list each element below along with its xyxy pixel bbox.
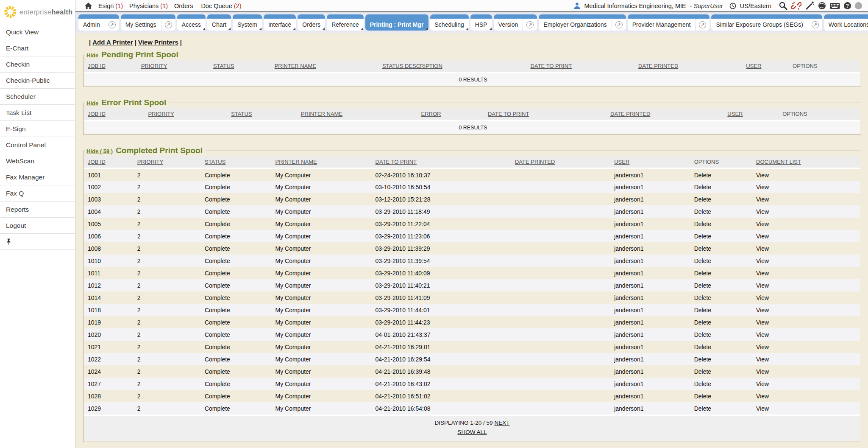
hide-toggle-link[interactable]: Hide ( 59 ) bbox=[86, 148, 113, 154]
sort-link-user[interactable]: USER bbox=[614, 159, 629, 165]
sidebar-item-task-list[interactable]: Task List bbox=[0, 105, 75, 121]
view-link[interactable]: View bbox=[756, 221, 769, 227]
view-link[interactable]: View bbox=[756, 393, 769, 400]
view-link[interactable]: View bbox=[756, 233, 769, 240]
sidebar-item-checkin-public[interactable]: Checkin-Public bbox=[0, 73, 75, 89]
delete-link[interactable]: Delete bbox=[694, 319, 711, 326]
tab-version[interactable]: Version ↗ bbox=[494, 14, 537, 31]
sidebar-item-reports[interactable]: Reports bbox=[0, 202, 75, 218]
tab-provider-management[interactable]: Provider Management ↗ bbox=[628, 14, 710, 31]
search-icon[interactable] bbox=[779, 1, 787, 10]
view-link[interactable]: View bbox=[756, 381, 769, 387]
view-link[interactable]: View bbox=[756, 294, 769, 301]
view-link[interactable]: View bbox=[756, 344, 769, 350]
broken-link-icon[interactable] bbox=[791, 1, 801, 10]
tab-admin[interactable]: Admin ↗ bbox=[78, 14, 119, 31]
sort-link-priority[interactable]: PRIORITY bbox=[141, 63, 167, 69]
delete-link[interactable]: Delete bbox=[694, 405, 711, 412]
view-link[interactable]: View bbox=[756, 282, 769, 289]
sort-link-user[interactable]: USER bbox=[746, 63, 761, 69]
delete-link[interactable]: Delete bbox=[694, 233, 711, 240]
view-link[interactable]: View bbox=[756, 319, 769, 326]
globe-icon[interactable] bbox=[818, 2, 826, 10]
sort-link-printer-name[interactable]: PRINTER NAME bbox=[275, 159, 317, 165]
view-link[interactable]: View bbox=[756, 270, 769, 277]
tab-interface[interactable]: Interface bbox=[264, 14, 296, 31]
sort-link-job-id[interactable]: JOB ID bbox=[88, 63, 106, 69]
sort-link-date-to-print[interactable]: DATE TO PRINT bbox=[376, 159, 417, 165]
delete-link[interactable]: Delete bbox=[694, 270, 711, 277]
delete-link[interactable]: Delete bbox=[694, 368, 711, 375]
sort-link-priority[interactable]: PRIORITY bbox=[148, 111, 174, 117]
delete-link[interactable]: Delete bbox=[694, 258, 711, 264]
popout-icon[interactable]: ↗ bbox=[808, 19, 822, 31]
sidebar-item-e-chart[interactable]: E-Chart bbox=[0, 40, 75, 56]
tab-my-settings[interactable]: My Settings ↗ bbox=[121, 14, 175, 31]
view-link[interactable]: View bbox=[756, 208, 769, 215]
delete-link[interactable]: Delete bbox=[694, 393, 711, 400]
delete-link[interactable]: Delete bbox=[694, 381, 711, 387]
sort-link-status[interactable]: STATUS bbox=[231, 111, 252, 117]
tab-scheduling[interactable]: Scheduling bbox=[430, 14, 469, 31]
sort-link-status[interactable]: STATUS bbox=[213, 63, 234, 69]
tab-system[interactable]: System bbox=[233, 14, 262, 31]
delete-link[interactable]: Delete bbox=[694, 307, 711, 314]
sort-link-status[interactable]: STATUS bbox=[205, 159, 225, 165]
delete-link[interactable]: Delete bbox=[694, 331, 711, 338]
tab-orders[interactable]: Orders bbox=[298, 14, 325, 31]
sidebar-item-scheduler[interactable]: Scheduler bbox=[0, 89, 75, 105]
view-link[interactable]: View bbox=[756, 356, 769, 363]
sidebar-item-e-sign[interactable]: E-Sign bbox=[0, 121, 75, 137]
delete-link[interactable]: Delete bbox=[694, 282, 711, 289]
tab-work-locations[interactable]: Work Locations ↗ bbox=[824, 14, 868, 31]
sort-link-user[interactable]: USER bbox=[727, 111, 743, 117]
sort-link-status-description[interactable]: STATUS DESCRIPTION bbox=[382, 63, 442, 69]
delete-link[interactable]: Delete bbox=[694, 245, 711, 252]
view-link[interactable]: View bbox=[756, 405, 769, 412]
sort-link-date-printed[interactable]: DATE PRINTED bbox=[610, 111, 650, 117]
sort-link-job-id[interactable]: JOB ID bbox=[88, 159, 106, 165]
help-icon[interactable] bbox=[844, 2, 851, 9]
sidebar-item-webscan[interactable]: WebScan bbox=[0, 153, 75, 169]
tab-hsp[interactable]: HSP bbox=[470, 14, 492, 31]
view-link[interactable]: View bbox=[756, 172, 769, 179]
top-nav-item-physicians[interactable]: Physicians (1) bbox=[129, 3, 168, 9]
top-nav-item-doc-queue[interactable]: Doc Queue (2) bbox=[201, 3, 241, 9]
top-nav-item-esign[interactable]: Esign (1) bbox=[98, 3, 123, 9]
sort-link-priority[interactable]: PRIORITY bbox=[137, 159, 163, 165]
sort-link-job-id[interactable]: JOB ID bbox=[88, 111, 106, 117]
add-a-printer-link[interactable]: Add A Printer bbox=[92, 39, 133, 46]
sidebar-pin-button[interactable] bbox=[0, 234, 75, 250]
view-link[interactable]: View bbox=[756, 184, 769, 190]
popout-icon[interactable]: ↗ bbox=[523, 19, 537, 31]
sort-link-date-printed[interactable]: DATE PRINTED bbox=[515, 159, 555, 165]
magic-wand-icon[interactable] bbox=[805, 1, 814, 10]
delete-link[interactable]: Delete bbox=[694, 208, 711, 215]
tab-chart[interactable]: Chart bbox=[207, 14, 231, 31]
delete-link[interactable]: Delete bbox=[694, 196, 711, 203]
popout-icon[interactable]: ↗ bbox=[161, 19, 175, 31]
delete-link[interactable]: Delete bbox=[694, 356, 711, 363]
sort-link-date-to-print[interactable]: DATE TO PRINT bbox=[488, 111, 529, 117]
popout-icon[interactable]: ↗ bbox=[105, 19, 119, 31]
sort-link-date-printed[interactable]: DATE PRINTED bbox=[638, 63, 678, 69]
next-page-link[interactable]: NEXT bbox=[494, 420, 509, 426]
sidebar-item-fax-manager[interactable]: Fax Manager bbox=[0, 169, 75, 185]
tab-access[interactable]: Access bbox=[177, 14, 206, 31]
sort-link-error[interactable]: ERROR bbox=[421, 111, 441, 117]
show-all-link[interactable]: SHOW ALL bbox=[457, 429, 487, 435]
home-icon[interactable] bbox=[85, 3, 92, 9]
view-link[interactable]: View bbox=[756, 258, 769, 264]
delete-link[interactable]: Delete bbox=[694, 184, 711, 190]
delete-link[interactable]: Delete bbox=[694, 294, 711, 301]
view-link[interactable]: View bbox=[756, 307, 769, 314]
delete-link[interactable]: Delete bbox=[694, 344, 711, 350]
tab-similar-exposure-groups-segs[interactable]: Similar Exposure Groups (SEGs) ↗ bbox=[711, 14, 822, 31]
sort-link-printer-name[interactable]: PRINTER NAME bbox=[275, 63, 316, 69]
sidebar-item-checkin[interactable]: Checkin bbox=[0, 56, 75, 73]
popout-icon[interactable]: ↗ bbox=[612, 19, 626, 31]
tab-printing-print-mgr[interactable]: Printing : Print Mgr bbox=[365, 14, 428, 31]
view-link[interactable]: View bbox=[756, 368, 769, 375]
delete-link[interactable]: Delete bbox=[694, 221, 711, 227]
view-printers-link[interactable]: View Printers bbox=[138, 39, 178, 46]
